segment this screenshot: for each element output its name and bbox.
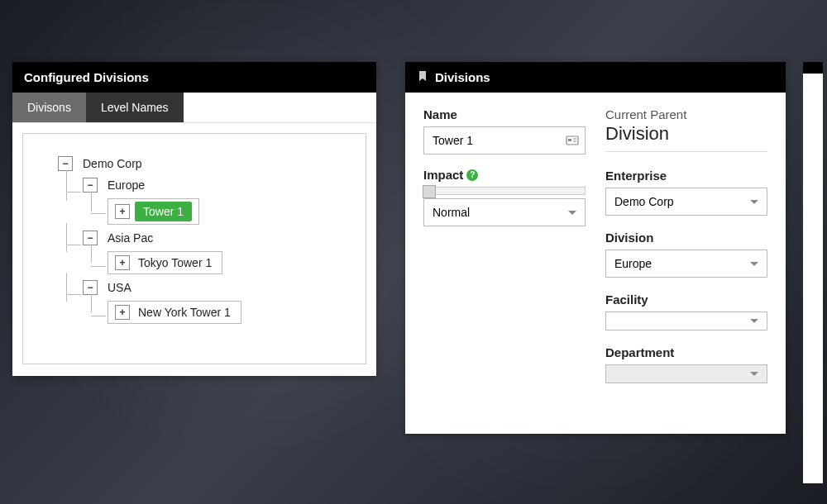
collapse-icon[interactable]: − bbox=[83, 280, 98, 295]
tree-label-demo-corp: Demo Corp bbox=[79, 155, 146, 172]
tree-label-ny: New York Tower 1 bbox=[135, 304, 234, 321]
tree-container: − Demo Corp − Europe bbox=[22, 133, 366, 364]
collapse-icon[interactable]: − bbox=[83, 231, 98, 245]
tree-label-tower1: Tower 1 bbox=[135, 202, 192, 221]
page-scrollbar[interactable] bbox=[803, 62, 823, 483]
department-select[interactable] bbox=[605, 364, 767, 383]
tree-node-europe[interactable]: − Europe bbox=[83, 177, 356, 193]
enterprise-label: Enterprise bbox=[605, 169, 767, 183]
chevron-down-icon bbox=[750, 319, 758, 323]
tree-node-ny[interactable]: + New York Tower 1 bbox=[108, 301, 356, 324]
enterprise-select[interactable]: Demo Corp bbox=[605, 188, 767, 216]
division-select[interactable]: Europe bbox=[605, 250, 767, 278]
impact-value: Normal bbox=[433, 206, 470, 219]
facility-label: Facility bbox=[605, 292, 767, 307]
tree-label-usa: USA bbox=[104, 279, 135, 296]
configured-divisions-panel: Configured Divisions Divisons Level Name… bbox=[12, 62, 376, 376]
panel-title-right-text: Divisions bbox=[435, 70, 490, 84]
slider-thumb[interactable] bbox=[423, 185, 436, 198]
tree-node-asiapac[interactable]: − Asia Pac bbox=[83, 230, 356, 246]
expand-icon[interactable]: + bbox=[115, 255, 130, 270]
tab-divisions[interactable]: Divisons bbox=[12, 93, 86, 122]
division-label: Division bbox=[605, 231, 767, 245]
panel-title-left: Configured Divisions bbox=[12, 62, 376, 93]
name-label: Name bbox=[423, 107, 586, 121]
tree-node-root[interactable]: − Demo Corp bbox=[58, 155, 356, 172]
collapse-icon[interactable]: − bbox=[83, 178, 98, 193]
tree-node-usa[interactable]: − USA bbox=[83, 279, 356, 296]
right-column: Current Parent Division Enterprise Demo … bbox=[605, 107, 767, 398]
impact-label: Impact ? bbox=[423, 168, 586, 182]
department-label: Department bbox=[605, 345, 767, 359]
bookmark-icon bbox=[417, 70, 428, 84]
facility-select[interactable] bbox=[605, 311, 767, 330]
chevron-down-icon bbox=[568, 211, 576, 215]
svg-rect-1 bbox=[568, 139, 571, 141]
expand-icon[interactable]: + bbox=[115, 204, 130, 219]
chevron-down-icon bbox=[750, 200, 758, 204]
tree-label-tokyo: Tokyo Tower 1 bbox=[135, 254, 215, 271]
tabs: Divisons Level Names bbox=[12, 93, 376, 123]
division-value: Europe bbox=[614, 257, 652, 270]
panel-title-right: Divisions bbox=[405, 62, 786, 93]
expand-icon[interactable]: + bbox=[115, 305, 130, 320]
tree-label-asiapac: Asia Pac bbox=[104, 230, 156, 246]
tree-node-tokyo[interactable]: + Tokyo Tower 1 bbox=[108, 251, 356, 274]
current-parent-value: Division bbox=[605, 123, 767, 152]
impact-select[interactable]: Normal bbox=[423, 198, 586, 226]
scrollbar-cap bbox=[803, 62, 823, 74]
tree-node-tower1[interactable]: + Tower 1 bbox=[108, 198, 356, 225]
help-icon[interactable]: ? bbox=[466, 169, 478, 181]
tab-level-names[interactable]: Level Names bbox=[86, 93, 184, 122]
impact-slider[interactable] bbox=[423, 187, 586, 195]
collapse-icon[interactable]: − bbox=[58, 156, 73, 171]
name-field[interactable] bbox=[423, 126, 586, 155]
division-tree: − Demo Corp − Europe bbox=[33, 155, 356, 324]
enterprise-value: Demo Corp bbox=[614, 195, 674, 208]
form-area: Name Impact ? Normal Current Parent Divi bbox=[405, 93, 786, 413]
chevron-down-icon bbox=[750, 372, 758, 376]
divisions-detail-panel: Divisions Name Impact ? Normal bbox=[405, 62, 786, 434]
left-column: Name Impact ? Normal bbox=[423, 107, 586, 398]
tree-label-europe: Europe bbox=[104, 177, 148, 193]
card-icon bbox=[566, 134, 579, 147]
current-parent-label: Current Parent bbox=[605, 107, 767, 121]
chevron-down-icon bbox=[750, 262, 758, 266]
